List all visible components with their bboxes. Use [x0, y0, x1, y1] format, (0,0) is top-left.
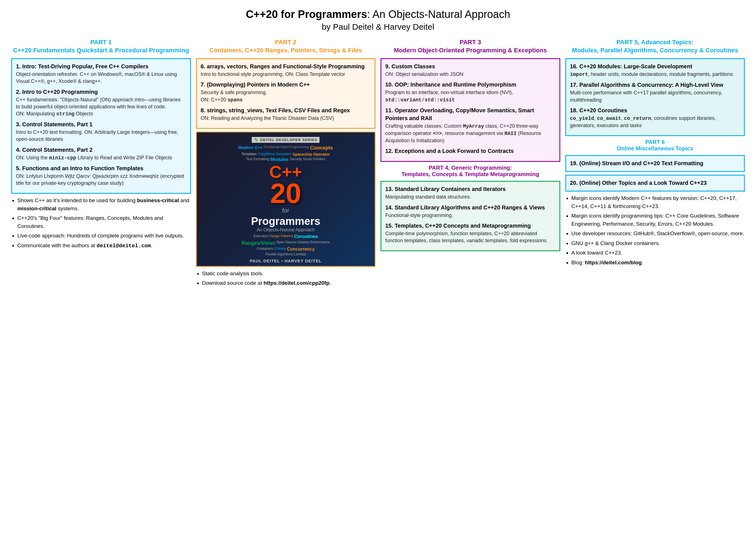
chapter-13: 13. Standard Library Containers and Iter… — [385, 185, 556, 200]
chapter-12: 12. Exceptions and a Look Forward to Con… — [385, 147, 556, 155]
chapter-4: 4. Control Statements, Part 2 ON: Using … — [16, 146, 186, 162]
chapter-14: 14. Standard Library Algorithms and C++2… — [385, 204, 556, 219]
chapter-1: 1. Intro: Test-Driving Popular, Free C++… — [16, 62, 186, 85]
chapter-2: 2. Intro to C++20 Programming C++ fundam… — [16, 88, 186, 118]
chapter-9: 9. Custom Classes ON: Object serializati… — [385, 62, 556, 78]
chapter-17: 17. Parallel Algorithms & Concurrency: A… — [570, 81, 740, 103]
chapter-5: 5. Functions and an Intro to Function Te… — [16, 164, 186, 187]
part2-header: PART 2 Containers, C++20 Ranges, Pointer… — [196, 38, 376, 54]
part1-bullets: Shows C++ as it's intended to be used fo… — [11, 197, 191, 251]
page-title: C++20 for Programmers: An Objects-Natura… — [11, 8, 745, 20]
page-subtitle: by Paul Deitel & Harvey Deitel — [11, 22, 745, 32]
part1-chapters-box: 1. Intro: Test-Driving Popular, Free C++… — [11, 58, 191, 194]
part2-chapters-box: 6. arrays, vectors, Ranges and Functiona… — [196, 58, 376, 129]
chapter-10: 10. OOP: Inheritance and Runtime Polymor… — [385, 81, 556, 103]
part5-chapters-box: 16. C++20 Modules: Large-Scale Developme… — [565, 58, 745, 136]
chapter-19-box: 19. (Online) Stream I/O and C++20 Text F… — [565, 155, 745, 172]
part4-chapters-box: 13. Standard Library Containers and Iter… — [381, 181, 560, 251]
column-part5: PART 5, Advanced Topics: Modules, Parall… — [565, 38, 745, 268]
part1-header: PART 1 C++20 Fundamentals Quickstart & P… — [11, 38, 191, 54]
main-columns: PART 1 C++20 Fundamentals Quickstart & P… — [11, 38, 745, 289]
part2-bullets: Static code-analysis tools. Download sou… — [196, 270, 376, 289]
book-badge: 🦎 DEITEL DEVELOPER SERIES — [252, 137, 319, 143]
part4-header: PART 4, Generic Programming:Templates, C… — [381, 165, 560, 178]
chapter-6: 6. arrays, vectors, Ranges and Functiona… — [201, 62, 371, 78]
chapter-11: 11. Operator Overloading, Copy/Move Sema… — [385, 106, 556, 144]
chapter-16: 16. C++20 Modules: Large-Scale Developme… — [570, 62, 740, 78]
part6-bullets: Margin icons identify Modern C++ feature… — [565, 194, 745, 268]
column-part3: PART 3 Modern Object-Oriented Programmin… — [381, 38, 560, 251]
chapter-3: 3. Control Statements, Part 1 Intro to C… — [16, 120, 186, 143]
column-part1: PART 1 C++20 Fundamentals Quickstart & P… — [11, 38, 191, 251]
chapter-15: 15. Templates, C++20 Concepts and Metapr… — [385, 222, 556, 244]
part6-header: PART 6 Online Miscellaneous Topics — [565, 139, 745, 152]
part3-header: PART 3 Modern Object-Oriented Programmin… — [381, 38, 560, 54]
chapter-18: 18. C++20 Coroutines co_yield, co_await,… — [570, 106, 740, 129]
chapter-7: 7. (Downplaying) Pointers in Modern C++ … — [201, 81, 371, 103]
chapter-20-box: 20. (Online) Other Topics and a Look Tow… — [565, 175, 745, 192]
book-cover: 🦎 DEITEL DEVELOPER SERIES Modern C++ Fun… — [196, 132, 376, 267]
part3-chapters-box: 9. Custom Classes ON: Object serializati… — [381, 58, 560, 162]
part5-header: PART 5, Advanced Topics: Modules, Parall… — [565, 38, 745, 54]
column-part2: PART 2 Containers, C++20 Ranges, Pointer… — [196, 38, 376, 289]
chapter-8: 8. strings, string_views, Text Files, CS… — [201, 106, 371, 122]
